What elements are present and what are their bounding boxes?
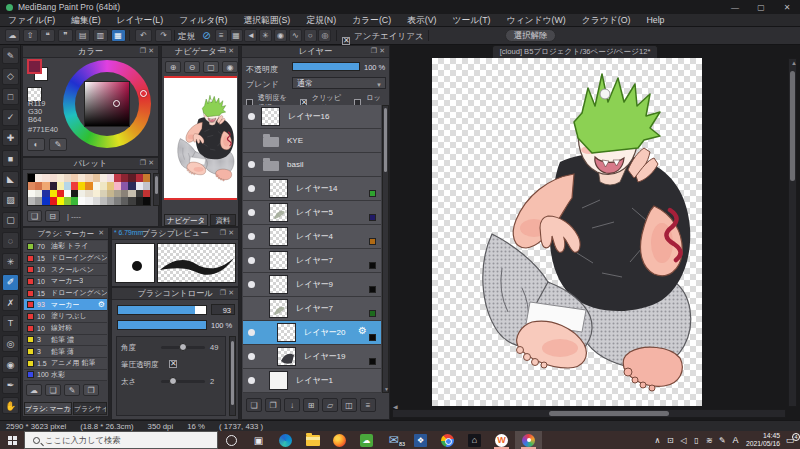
taskbar-wattpad-icon[interactable]: W — [488, 431, 515, 449]
ruler-curve-icon[interactable]: ∿ — [289, 29, 302, 42]
layer-color-tag[interactable] — [369, 334, 376, 341]
taskbar-store-icon[interactable]: ⌂ — [461, 431, 488, 449]
taskbar-blue-app-icon[interactable]: ❖ — [407, 431, 434, 449]
palette-swatch[interactable] — [35, 197, 42, 205]
pen-icon[interactable]: ✎ — [716, 436, 729, 445]
brush-panel-header[interactable]: ブラシ: マーカー ✕ — [23, 228, 108, 240]
tab-brush-0[interactable]: ブラシ: マーカー — [24, 402, 72, 415]
layers-panel-header[interactable]: レイヤー ❐✕ — [242, 46, 389, 58]
palette-swatch[interactable] — [78, 190, 85, 198]
brush-item[interactable]: 10線対称 — [24, 323, 107, 335]
palette-swatch[interactable] — [114, 190, 121, 198]
horizontal-scrollbar[interactable] — [392, 409, 786, 418]
taskbar-file-explorer-icon[interactable] — [299, 431, 326, 449]
auto-select-tool[interactable]: ◎ — [2, 335, 19, 352]
close-button[interactable]: ✕ — [774, 0, 800, 14]
layer-row[interactable]: レイヤー9 — [243, 273, 381, 296]
palette-swatch[interactable] — [114, 174, 121, 182]
palette-swatch[interactable] — [100, 190, 107, 198]
merge-layer-icon[interactable]: ≡ — [360, 398, 376, 412]
minimize-button[interactable]: — — [722, 0, 748, 14]
layer-row[interactable]: レイヤー16 — [243, 105, 381, 128]
eye-visible-icon[interactable] — [248, 329, 255, 336]
menu-item-0[interactable]: ファイル(F) — [0, 14, 63, 27]
brush-params-scrollbar[interactable] — [229, 336, 236, 416]
scroll-up-icon[interactable]: ▲ — [791, 60, 797, 66]
taskbar-edge-icon[interactable] — [272, 431, 299, 449]
brush-item[interactable]: 1.5アニメ用 鉛筆 — [24, 358, 107, 370]
gear-icon[interactable]: ⚙ — [358, 325, 367, 336]
layer-color-tag[interactable] — [369, 262, 376, 269]
palette-swatch[interactable] — [78, 197, 85, 205]
wifi-icon[interactable]: ≋ — [703, 436, 716, 445]
palette-swatch[interactable] — [100, 197, 107, 205]
eye-hidden-icon[interactable] — [248, 137, 255, 144]
menu-item-2[interactable]: レイヤー(L) — [109, 14, 172, 27]
new-layer-icon[interactable]: ❏ — [246, 398, 262, 412]
brush-item[interactable]: 100水彩 — [24, 370, 107, 382]
layer-color-tag[interactable] — [369, 190, 376, 197]
palette-swatch[interactable] — [85, 174, 92, 182]
palette-swatch[interactable] — [121, 197, 128, 205]
new-brush-icon[interactable]: ❏ — [45, 384, 61, 396]
layer-color-tag[interactable] — [369, 214, 376, 221]
display-icon[interactable]: ⊡ — [664, 436, 677, 445]
popout-icon[interactable]: ❐ — [140, 47, 148, 54]
palette-swatch[interactable] — [57, 174, 64, 182]
hue-marker[interactable] — [140, 90, 147, 97]
sv-marker[interactable] — [113, 100, 120, 107]
color-panel-header[interactable]: カラー ❐✕ — [23, 46, 158, 58]
start-button[interactable] — [0, 431, 24, 449]
undo-icon[interactable]: ↶ — [135, 29, 152, 42]
palette-swatch[interactable] — [85, 190, 92, 198]
palette-swatch[interactable] — [42, 197, 49, 205]
ruler-perspective-icon[interactable]: ◎ — [318, 29, 331, 42]
layers-scrollbar[interactable]: ▼ — [382, 105, 389, 393]
fit-icon[interactable]: ▢ — [203, 61, 219, 73]
brush-item[interactable]: 10塗りつぶし — [24, 311, 107, 323]
eye-visible-icon[interactable] — [248, 233, 255, 240]
tab-reference[interactable]: 資料 — [210, 214, 236, 226]
taskbar-green-app-icon[interactable]: ☁ — [353, 431, 380, 449]
layer-row[interactable]: レイヤー5 — [243, 201, 381, 224]
select-rect-tool[interactable]: ▢ — [2, 212, 19, 229]
brush-item[interactable]: 15ドローイングペン — [24, 253, 107, 265]
new-folder-icon[interactable]: ▱ — [322, 398, 338, 412]
close-icon[interactable]: ✕ — [228, 289, 236, 296]
layer-folder-row[interactable]: basil — [243, 153, 381, 176]
palette-swatch[interactable] — [42, 182, 49, 190]
palette-swatch[interactable] — [64, 197, 71, 205]
deselect-button[interactable]: 選択解除 — [505, 29, 556, 42]
duplicate-layer-icon[interactable]: ❐ — [265, 398, 281, 412]
palette-swatch[interactable] — [93, 174, 100, 182]
document-icon[interactable]: ▤ — [75, 29, 90, 42]
gradient-tool[interactable]: ▨ — [2, 191, 19, 208]
eyedropper-tool[interactable]: ◉ — [2, 356, 19, 373]
memo-icon[interactable]: ▥ — [93, 29, 108, 42]
palette-swatch[interactable] — [71, 197, 78, 205]
layer-row[interactable]: レイヤー19 — [243, 345, 381, 368]
palette-swatch[interactable] — [121, 174, 128, 182]
layer-row[interactable]: レイヤー1 — [243, 369, 381, 392]
menu-item-8[interactable]: ツール(T) — [444, 14, 498, 27]
brush-size-slider[interactable] — [117, 305, 207, 315]
grid-icon[interactable]: ▦ — [111, 29, 126, 42]
palette-swatch[interactable] — [71, 190, 78, 198]
sv-square[interactable] — [84, 81, 130, 127]
layer-row[interactable]: レイヤー4 — [243, 225, 381, 248]
palette-swatch[interactable] — [50, 190, 57, 198]
magic-wand-tool[interactable]: ✳ — [2, 253, 19, 270]
figure-tool[interactable]: □ — [2, 88, 19, 105]
redo-icon[interactable]: ↷ — [155, 29, 172, 42]
slider-knob[interactable] — [169, 377, 177, 385]
comment-icon[interactable]: ❝ — [40, 29, 55, 42]
notification-icon[interactable]: ▭4 — [780, 435, 800, 445]
palette-swatch[interactable] — [28, 197, 35, 205]
chevron-up-icon[interactable]: ∧ — [651, 436, 664, 445]
palette-swatch[interactable] — [28, 174, 35, 182]
palette-swatch[interactable] — [107, 174, 114, 182]
menu-item-6[interactable]: カラー(C) — [344, 14, 399, 27]
palette-icon[interactable]: ◐ — [27, 138, 45, 151]
param-checkbox[interactable] — [169, 360, 177, 368]
foreground-color-swatch[interactable] — [27, 59, 42, 74]
